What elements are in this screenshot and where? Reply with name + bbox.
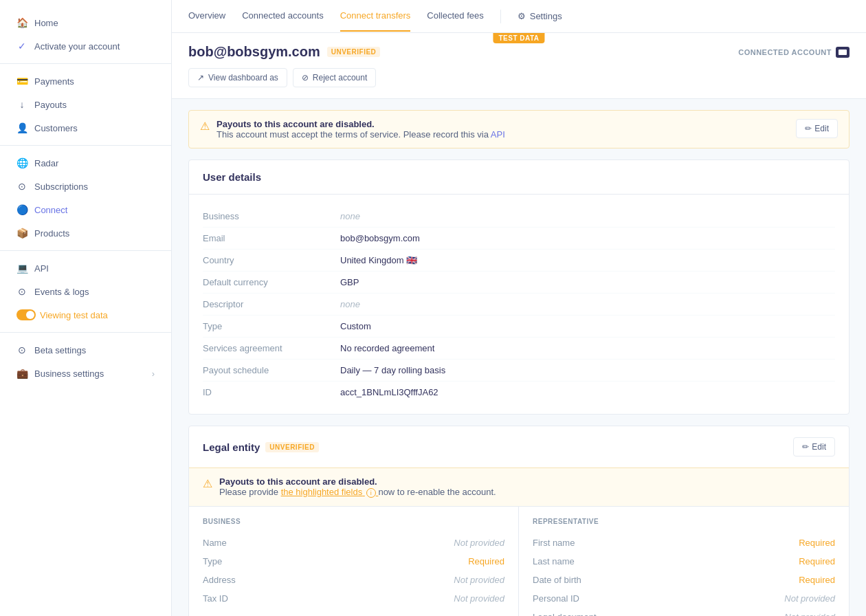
legal-warning-icon: ⚠ <box>203 477 212 490</box>
representative-column: REPRESENTATIVE First name Required Last … <box>519 507 849 616</box>
detail-value: Custom <box>340 321 371 331</box>
tab-collected-fees[interactable]: Collected fees <box>427 1 483 32</box>
content-area: TEST DATA bob@bobsgym.com UNVERIFIED CON… <box>172 33 866 616</box>
legal-entity-edit-button[interactable]: ✏ Edit <box>793 437 835 456</box>
test-data-toggle[interactable] <box>16 309 36 320</box>
rep-field-value: Not provided <box>784 593 835 604</box>
sidebar-item-api[interactable]: 💻 API <box>5 257 166 279</box>
sidebar-item-home[interactable]: 🏠 Home <box>5 12 166 34</box>
legal-entity-header: Legal entity UNVERIFIED ✏ Edit <box>189 426 849 468</box>
chevron-right-icon: › <box>152 368 155 379</box>
rep-field-label: Date of birth <box>533 575 581 585</box>
detail-label: ID <box>203 387 340 397</box>
sidebar-item-business-settings[interactable]: 💼 Business settings › <box>5 362 166 384</box>
detail-value: No recorded agreement <box>340 343 434 353</box>
user-detail-row: Default currency GBP <box>203 272 835 294</box>
user-detail-row: Descriptor none <box>203 294 835 316</box>
sidebar-item-products[interactable]: 📦 Products <box>5 222 166 244</box>
user-detail-row: Payout schedule Daily — 7 day rolling ba… <box>203 360 835 382</box>
api-link[interactable]: API <box>491 129 505 140</box>
main-content: Overview Connected accounts Connect tran… <box>172 0 866 616</box>
business-field-row: Type Required <box>203 552 504 571</box>
nav-divider <box>500 10 501 23</box>
sidebar-item-radar[interactable]: 🌐 Radar <box>5 152 166 174</box>
account-actions: ↗ View dashboard as ⊘ Reject account <box>188 68 850 87</box>
sidebar-item-events-logs[interactable]: ⊙ Events & logs <box>5 280 166 302</box>
tab-overview[interactable]: Overview <box>188 1 225 32</box>
sidebar-item-connect[interactable]: 🔵 Connect <box>5 199 166 221</box>
sidebar-item-customers[interactable]: 👤 Customers <box>5 117 166 139</box>
subscriptions-icon: ⊙ <box>16 181 27 192</box>
sidebar-item-beta-settings[interactable]: ⊙ Beta settings <box>5 339 166 361</box>
rep-field-label: Last name <box>533 556 575 566</box>
rep-field-value: Not provided <box>784 612 835 616</box>
detail-value: United Kingdom 🇬🇧 <box>340 255 417 265</box>
tab-connected-accounts[interactable]: Connected accounts <box>242 1 324 32</box>
detail-label: Email <box>203 233 340 243</box>
settings-nav[interactable]: ⚙ Settings <box>518 11 562 21</box>
connect-icon: 🔵 <box>16 204 27 215</box>
external-link-icon: ↗ <box>197 73 204 82</box>
business-field-label: Tax ID <box>203 593 228 604</box>
detail-value: none <box>340 299 360 309</box>
detail-label: Default currency <box>203 277 340 287</box>
legal-alert: ⚠ Payouts to this account are disabled. … <box>189 468 849 506</box>
detail-label: Business <box>203 211 340 221</box>
view-dashboard-button[interactable]: ↗ View dashboard as <box>188 68 287 87</box>
user-details-content: Business none Email bob@bobsgym.com Coun… <box>189 195 849 414</box>
legal-entity-section: Legal entity UNVERIFIED ✏ Edit ⚠ Payouts… <box>188 426 850 616</box>
rep-field-value: Required <box>799 556 835 566</box>
account-header: TEST DATA bob@bobsgym.com UNVERIFIED CON… <box>172 33 866 99</box>
business-col-header: BUSINESS <box>203 518 504 525</box>
payments-icon: 💳 <box>16 76 27 87</box>
detail-label: Country <box>203 255 340 265</box>
info-icon[interactable]: i <box>366 488 376 498</box>
representative-col-header: REPRESENTATIVE <box>533 518 835 525</box>
rep-field-label: Personal ID <box>533 593 579 604</box>
business-field-label: Address <box>203 575 236 585</box>
customers-icon: 👤 <box>16 122 27 133</box>
sidebar-item-subscriptions[interactable]: ⊙ Subscriptions <box>5 175 166 197</box>
detail-value: GBP <box>340 277 359 287</box>
api-icon: 💻 <box>16 263 27 274</box>
detail-value: acct_1BNLmLI3QfffJA62 <box>340 387 438 397</box>
user-details-header: User details <box>189 160 849 195</box>
representative-field-row: First name Required <box>533 534 835 552</box>
settings-gear-icon: ⚙ <box>518 11 526 21</box>
highlighted-fields-link[interactable]: the highlighted fields i <box>281 487 379 497</box>
business-field-value: Required <box>468 556 504 566</box>
rep-field-value: Required <box>799 538 835 548</box>
user-details-section: User details Business none Email bob@bob… <box>188 160 850 415</box>
reject-account-button[interactable]: ⊘ Reject account <box>293 68 376 87</box>
rep-field-value: Required <box>799 575 835 585</box>
top-nav: Overview Connected accounts Connect tran… <box>172 0 866 33</box>
sidebar: 🏠 Home ✓ Activate your account 💳 Payment… <box>0 0 172 616</box>
business-field-label: Name <box>203 538 227 548</box>
sidebar-item-payments[interactable]: 💳 Payments <box>5 70 166 92</box>
events-icon: ⊙ <box>16 286 27 297</box>
beta-icon: ⊙ <box>16 344 27 355</box>
sidebar-item-activate[interactable]: ✓ Activate your account <box>5 35 166 57</box>
user-detail-row: Type Custom <box>203 316 835 338</box>
connected-account-label: CONNECTED ACCOUNT <box>738 47 850 58</box>
business-field-value: Not provided <box>454 575 504 585</box>
sidebar-item-viewing-test-data[interactable]: Viewing test data <box>5 304 166 326</box>
detail-label: Payout schedule <box>203 365 340 375</box>
tab-connect-transfers[interactable]: Connect transfers <box>340 1 411 32</box>
user-detail-row: Services agreement No recorded agreement <box>203 338 835 360</box>
user-detail-row: Country United Kingdom 🇬🇧 <box>203 250 835 272</box>
products-icon: 📦 <box>16 228 27 239</box>
business-settings-icon: 💼 <box>16 368 27 379</box>
business-field-value: Not provided <box>454 593 504 604</box>
account-email: bob@bobsgym.com <box>188 44 320 60</box>
business-field-row: Address Not provided <box>203 571 504 589</box>
detail-value: bob@bobsgym.com <box>340 233 420 243</box>
payout-edit-button[interactable]: ✏ Edit <box>796 119 838 138</box>
user-detail-row: Business none <box>203 206 835 228</box>
business-field-row: Name Not provided <box>203 534 504 552</box>
reject-icon: ⊘ <box>302 73 309 82</box>
business-field-label: Type <box>203 556 222 566</box>
sidebar-item-payouts[interactable]: ↓ Payouts <box>5 94 166 116</box>
business-column: BUSINESS Name Not provided Type Required… <box>189 507 519 616</box>
business-field-value: Not provided <box>454 538 504 548</box>
